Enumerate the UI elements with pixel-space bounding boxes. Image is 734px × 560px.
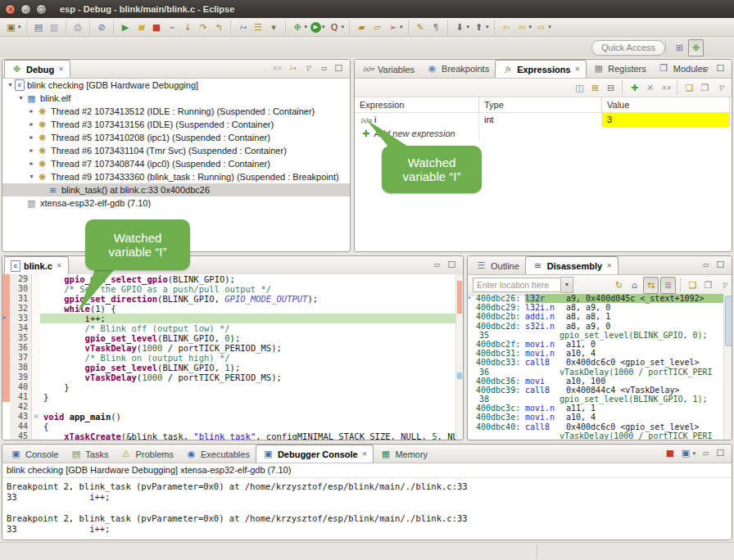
run-button[interactable]: ▶▾: [310, 20, 326, 35]
code-line[interactable]: 41}: [2, 392, 463, 402]
show-full-paths-button[interactable]: ☰: [251, 20, 265, 35]
tree-twisty-icon[interactable]: ▸: [27, 144, 36, 157]
fold-marker-icon[interactable]: [32, 343, 40, 353]
fold-marker-icon[interactable]: [32, 353, 40, 363]
view-menu-button[interactable]: ▽: [301, 61, 315, 76]
dropdown-arrow-icon[interactable]: ▾: [486, 24, 489, 30]
maximize-view-button[interactable]: ☐: [714, 257, 727, 273]
debug-tree-item[interactable]: ▾cblink checking [GDB Hardware Debugging…: [2, 79, 350, 92]
dropdown-arrow-icon[interactable]: ▾: [548, 24, 551, 30]
terminate-button[interactable]: ■: [150, 20, 164, 35]
new-view-button[interactable]: ❏: [682, 80, 696, 96]
quick-access-input[interactable]: Quick Access: [591, 40, 665, 56]
minimize-view-button[interactable]: ▭: [429, 257, 443, 273]
fold-marker-icon[interactable]: ⊖: [32, 412, 40, 422]
dropdown-arrow-icon[interactable]: ▾: [529, 24, 532, 30]
debug-tree-item[interactable]: ▥xtensa-esp32-elf-gdb (7.10): [2, 196, 350, 210]
tab-memory[interactable]: ▦Memory: [374, 445, 433, 463]
minimize-view-button[interactable]: ▭: [698, 445, 712, 461]
annotation-gutter[interactable]: [2, 412, 10, 422]
value-cell[interactable]: 3: [602, 113, 730, 127]
skip-all-breakpoints-button[interactable]: ⊘: [95, 20, 109, 35]
disassembly-instruction-row[interactable]: 400dbc2d:s32i.na8, a9, 0: [468, 322, 724, 331]
minimize-view-button[interactable]: ▭: [698, 61, 712, 76]
remove-all-terminated-button[interactable]: ✕✕: [270, 61, 283, 76]
new-wizard-button[interactable]: ▣▾: [4, 20, 22, 35]
annotation-gutter[interactable]: [2, 304, 10, 314]
debug-button[interactable]: ❉▾: [291, 20, 309, 35]
code-line[interactable]: 42: [2, 402, 463, 412]
fold-marker-icon[interactable]: [32, 392, 40, 402]
tab-variables[interactable]: (x)=Variables: [356, 61, 420, 78]
profile-button[interactable]: Q▾: [328, 20, 346, 35]
disassembly-listing[interactable]: ➤400dbc26:l32ra9, 0x400d045c <_stext+109…: [468, 294, 724, 440]
next-annotation-button[interactable]: ⬇▾: [453, 20, 471, 35]
location-dropdown-icon[interactable]: ▼: [561, 277, 573, 293]
open-c-project-button[interactable]: ▱: [370, 20, 384, 35]
debug-tree-item[interactable]: ▾▦blink.elf: [2, 92, 350, 105]
annotation-gutter[interactable]: [2, 402, 10, 412]
step-return-button[interactable]: ↰: [212, 20, 226, 35]
add-expression-button[interactable]: ✚: [628, 80, 641, 96]
step-into-button[interactable]: ↓: [181, 20, 195, 35]
minimize-view-button[interactable]: ▭: [316, 61, 330, 76]
column-header[interactable]: Type: [479, 97, 602, 112]
tab-blink-c[interactable]: cblink.c✕: [4, 256, 69, 274]
column-header[interactable]: Expression: [355, 97, 479, 112]
dropdown-arrow-icon[interactable]: ▾: [305, 24, 308, 30]
tab-breakpoints[interactable]: ◉Breakpoints: [420, 60, 495, 77]
tree-twisty-icon[interactable]: ▾: [16, 92, 25, 105]
fold-marker-icon[interactable]: [32, 284, 40, 294]
external-tools-button[interactable]: ➢▾: [386, 20, 404, 35]
close-window-button[interactable]: ✕: [5, 4, 16, 15]
debug-perspective-button[interactable]: ❉: [688, 39, 704, 56]
disassembly-source-row[interactable]: 36vTaskDelay(1000 / portTICK_PERI: [468, 368, 724, 377]
code-line[interactable]: 38 gpio_set_level(BLINK_GPIO, 1);: [2, 363, 463, 373]
tab-debug[interactable]: ❉Debug✕: [4, 60, 70, 78]
collapse-all-button[interactable]: ⊟: [604, 80, 618, 96]
disassembly-source-row[interactable]: vTaskDelay(1000 / portTICK_PERI: [468, 431, 724, 440]
tree-twisty-icon[interactable]: ▸: [27, 118, 36, 131]
dropdown-arrow-icon[interactable]: ▾: [322, 24, 325, 30]
tree-twisty-icon[interactable]: ▾: [6, 79, 15, 92]
fold-marker-icon[interactable]: [32, 274, 40, 284]
overview-ruler[interactable]: [455, 274, 463, 440]
disassembly-instruction-row[interactable]: 400dbc40:call80x400dc6c0 <gpio_set_level…: [468, 422, 724, 431]
fold-marker-icon[interactable]: [32, 304, 40, 314]
disassembly-instruction-row[interactable]: 400dbc3c:movi.na11, 1: [468, 404, 724, 413]
debug-tree-item[interactable]: ≡blink_task() at blink.c:33 0x400dbc26: [2, 183, 350, 196]
scrollbar-thumb[interactable]: [725, 296, 732, 346]
refresh-view-button[interactable]: ↻: [612, 278, 626, 293]
fold-marker-icon[interactable]: [32, 431, 40, 440]
disassembly-instruction-row[interactable]: 400dbc2b:addi.na8, a8, 1: [468, 312, 724, 321]
code-line[interactable]: 37 /* Blink on (output high) */: [2, 353, 463, 363]
forward-button[interactable]: ⇨▾: [534, 20, 552, 35]
annotation-gutter[interactable]: [2, 353, 10, 363]
pin-view-button[interactable]: ❐: [698, 80, 712, 96]
tab-expressions[interactable]: ƒxExpressions✕: [495, 60, 587, 78]
debug-tree-item[interactable]: ▸❋Thread #3 1073413156 (IDLE) (Suspended…: [2, 118, 350, 131]
debug-tree-item[interactable]: ▾❋Thread #9 1073433360 (blink_task : Run…: [2, 170, 350, 183]
debug-tree-item[interactable]: ▸❋Thread #6 1073431104 (Tmr Svc) (Suspen…: [2, 144, 350, 157]
console-output[interactable]: Breakpoint 2, blink_task (pvParameter=0x…: [2, 478, 732, 535]
disassembly-instruction-row[interactable]: 400dbc3e:movi.na10, 4: [468, 413, 724, 422]
minimize-view-button[interactable]: ▭: [698, 257, 712, 273]
maximize-view-button[interactable]: ☐: [332, 61, 346, 76]
maximize-window-button[interactable]: ▢: [36, 4, 47, 15]
code-line[interactable]: 39 vTaskDelay(1000 / portTICK_PERIOD_MS)…: [2, 373, 463, 382]
new-view-button[interactable]: ❏: [686, 278, 700, 293]
disconnect-button[interactable]: ⌁: [165, 20, 179, 35]
column-header[interactable]: Value: [602, 97, 730, 112]
dropdown-arrow-icon[interactable]: ▾: [692, 450, 695, 457]
tree-twisty-icon[interactable]: ▸: [27, 157, 36, 170]
previous-annotation-button[interactable]: ⬆▾: [472, 20, 490, 35]
fold-marker-icon[interactable]: [32, 333, 40, 343]
annotation-gutter[interactable]: [2, 294, 10, 304]
fold-marker-icon[interactable]: [32, 422, 40, 431]
instruction-stepping-mode-button[interactable]: i→: [285, 61, 299, 76]
sync-with-stack-frame-button[interactable]: ⇆: [643, 277, 659, 294]
dropdown-arrow-icon[interactable]: ▾: [18, 24, 21, 30]
use-step-filters-button[interactable]: ▾: [267, 20, 281, 35]
code-line[interactable]: 44{: [2, 422, 463, 431]
fold-marker-icon[interactable]: [32, 373, 40, 382]
